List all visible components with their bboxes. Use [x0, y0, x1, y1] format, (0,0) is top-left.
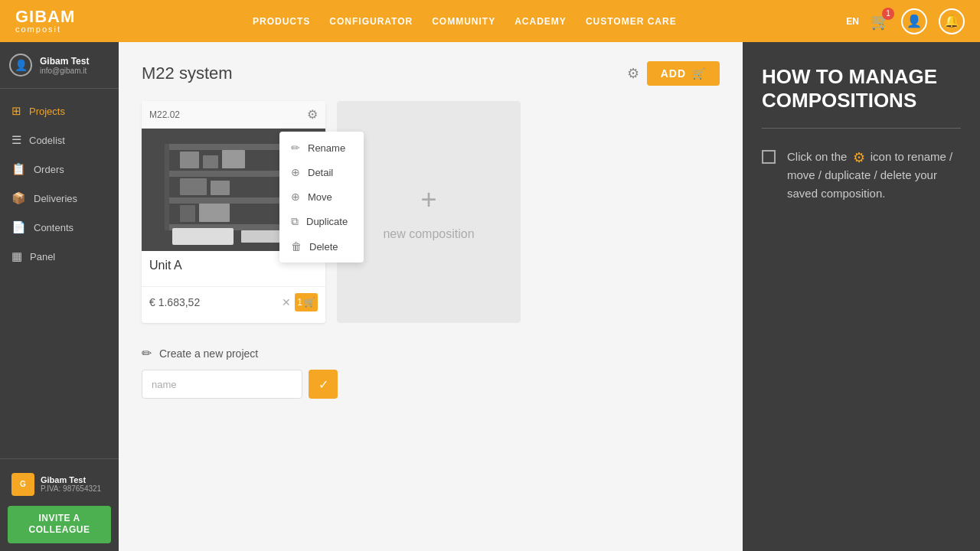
sidebar-item-codelist[interactable]: ☰ Codelist	[0, 126, 119, 155]
projects-icon: ⊞	[11, 104, 21, 118]
nav-right: EN 🛒 1 👤 🔔	[846, 8, 965, 34]
sidebar-label-orders: Orders	[34, 164, 64, 175]
add-to-cart-button[interactable]: 1 🛒	[295, 293, 318, 311]
menu-item-duplicate[interactable]: ⧉ Duplicate	[279, 209, 364, 234]
orders-icon: 📋	[11, 162, 26, 176]
move-icon: ⊕	[291, 191, 300, 203]
new-composition-label: new composition	[383, 227, 474, 241]
nav-configurator[interactable]: CONFIGURATOR	[329, 16, 413, 27]
sidebar: 👤 Gibam Test info@gibam.it ⊞ Projects ☰ …	[0, 42, 119, 551]
menu-item-rename[interactable]: ✏ Rename	[279, 135, 364, 160]
header-actions: ⚙ ADD 🛒	[627, 61, 720, 86]
create-project-form: ✓	[142, 370, 720, 399]
remove-from-cart-button[interactable]: ✕	[282, 296, 291, 308]
menu-label-move: Move	[308, 191, 332, 203]
add-button[interactable]: ADD 🛒	[647, 61, 720, 86]
sidebar-nav: ⊞ Projects ☰ Codelist 📋 Orders 📦 Deliver…	[0, 89, 119, 458]
nav-community[interactable]: COMMUNITY	[432, 16, 495, 27]
svg-rect-11	[211, 181, 230, 195]
composition-footer: € 1.683,52 ✕ 1 🛒	[142, 286, 325, 318]
user-info: Gibam Test info@gibam.it	[40, 56, 109, 75]
sidebar-bottom: G Gibam Test P.IVA: 987654321 INVITE A C…	[0, 458, 119, 551]
panel-checkbox[interactable]	[762, 150, 776, 164]
cart-button[interactable]: 🛒 1	[871, 12, 890, 31]
duplicate-icon: ⧉	[291, 215, 299, 228]
project-name-input[interactable]	[142, 370, 302, 399]
settings-button[interactable]: ⚙	[627, 65, 639, 82]
new-composition-button[interactable]: + new composition	[337, 101, 521, 323]
codelist-icon: ☰	[11, 133, 21, 147]
card-header: M22.02 ⚙	[142, 101, 325, 129]
logo-gibam: GIBAM	[15, 8, 75, 25]
company-logo: G	[11, 473, 34, 496]
panel-title: HOW TO MANAGE COMPOSITIONS	[762, 65, 961, 112]
top-navigation: GIBAM composit PRODUCTS CONFIGURATOR COM…	[0, 0, 980, 42]
panel-description: Click on the ⚙ icon to rename / move / d…	[762, 148, 961, 203]
logo[interactable]: GIBAM composit	[15, 8, 75, 34]
svg-rect-10	[180, 178, 207, 195]
panel-text: Click on the ⚙ icon to rename / move / d…	[787, 148, 961, 203]
notifications-button[interactable]: 🔔	[939, 8, 965, 34]
sidebar-item-panel[interactable]: ▦ Panel	[0, 242, 119, 271]
confirm-project-button[interactable]: ✓	[309, 370, 338, 399]
sidebar-label-deliveries: Deliveries	[34, 193, 77, 204]
svg-rect-13	[199, 204, 230, 222]
rename-icon: ✏	[291, 142, 300, 154]
nav-links: PRODUCTS CONFIGURATOR COMMUNITY ACADEMY …	[106, 16, 823, 27]
cart-actions: ✕ 1 🛒	[282, 293, 318, 311]
plus-icon: +	[420, 184, 436, 216]
svg-rect-12	[180, 205, 195, 222]
panel-icon: ▦	[11, 249, 22, 263]
gear-inline-icon: ⚙	[851, 149, 867, 166]
card-code: M22.02	[149, 109, 180, 120]
menu-label-rename: Rename	[308, 142, 345, 154]
sidebar-item-projects[interactable]: ⊞ Projects	[0, 96, 119, 126]
page-title: M22 system	[142, 64, 233, 83]
content-area: M22 system ⚙ ADD 🛒 M22.02 ⚙ ✏	[119, 42, 743, 551]
company-name: Gibam Test	[41, 475, 107, 484]
create-project-icon: ✏	[142, 346, 152, 360]
nav-products[interactable]: PRODUCTS	[253, 16, 310, 27]
menu-item-delete[interactable]: 🗑 Delete	[279, 234, 364, 259]
sidebar-item-deliveries[interactable]: 📦 Deliveries	[0, 184, 119, 213]
composition-card: M22.02 ⚙ ✏ Rename ⊕ Detail ⊕ Move	[142, 101, 325, 323]
svg-rect-8	[203, 155, 218, 168]
composition-price: € 1.683,52	[149, 296, 200, 308]
company-info: G Gibam Test P.IVA: 987654321	[8, 467, 111, 502]
logo-composit: composit	[15, 25, 75, 34]
menu-label-duplicate: Duplicate	[306, 216, 348, 227]
menu-item-move[interactable]: ⊕ Move	[279, 184, 364, 209]
deliveries-icon: 📦	[11, 191, 26, 205]
user-avatar-sidebar: 👤	[9, 54, 32, 77]
company-details: Gibam Test P.IVA: 987654321	[41, 475, 107, 493]
sidebar-item-contents[interactable]: 📄 Contents	[0, 213, 119, 242]
contents-icon: 📄	[11, 220, 26, 234]
menu-item-detail[interactable]: ⊕ Detail	[279, 160, 364, 184]
compositions-grid: M22.02 ⚙ ✏ Rename ⊕ Detail ⊕ Move	[142, 101, 720, 323]
cart-icon-add: 🛒	[692, 67, 706, 80]
create-project-header: ✏ Create a new project	[142, 346, 720, 360]
delete-icon: 🗑	[291, 240, 302, 253]
cart-icon-qty: 🛒	[304, 297, 315, 308]
nav-academy[interactable]: ACADEMY	[514, 16, 567, 27]
right-panel: HOW TO MANAGE COMPOSITIONS Click on the …	[743, 42, 980, 551]
card-menu-button[interactable]: ⚙	[307, 107, 318, 122]
sidebar-label-contents: Contents	[34, 222, 74, 233]
main-layout: 👤 Gibam Test info@gibam.it ⊞ Projects ☰ …	[0, 42, 980, 551]
sidebar-label-codelist: Codelist	[29, 135, 65, 146]
add-label: ADD	[661, 67, 686, 80]
panel-text-before: Click on the	[787, 150, 847, 163]
invite-colleague-button[interactable]: INVITE A COLLEAGUE	[8, 506, 111, 543]
sidebar-item-orders[interactable]: 📋 Orders	[0, 155, 119, 184]
page-header: M22 system ⚙ ADD 🛒	[142, 61, 720, 86]
nav-customer-care[interactable]: CUSTOMER CARE	[586, 16, 677, 27]
company-vat: P.IVA: 987654321	[41, 484, 107, 493]
sidebar-label-panel: Panel	[30, 251, 55, 262]
menu-label-detail: Detail	[308, 167, 333, 178]
svg-rect-9	[222, 150, 245, 168]
svg-rect-14	[172, 228, 234, 245]
qty-value: 1	[297, 297, 302, 308]
language-selector[interactable]: EN	[846, 16, 859, 27]
create-project-section: ✏ Create a new project ✓	[142, 346, 720, 399]
user-avatar-nav[interactable]: 👤	[901, 8, 927, 34]
